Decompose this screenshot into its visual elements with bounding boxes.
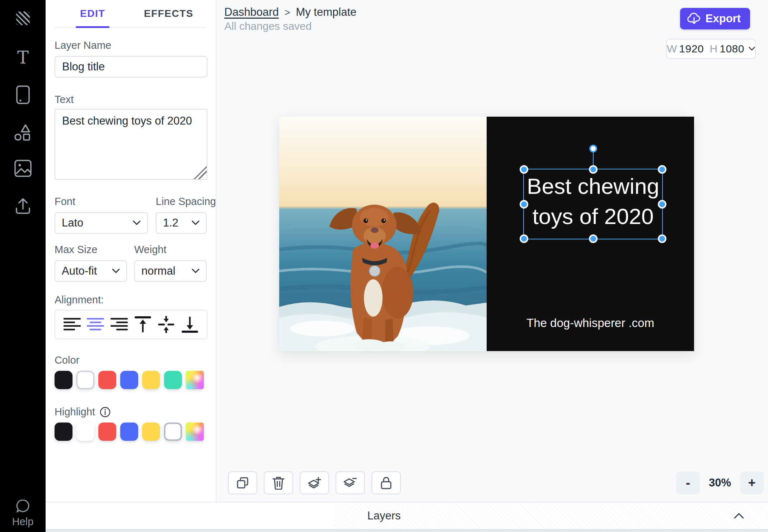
shapes-tool-button[interactable] <box>0 123 46 141</box>
layers-panel-edge <box>46 529 768 532</box>
resize-handle-sw[interactable] <box>520 234 528 243</box>
align-center-button[interactable] <box>86 317 104 332</box>
color-swatch-black[interactable] <box>55 371 72 389</box>
color-swatches <box>55 371 207 389</box>
color-swatch-white[interactable] <box>76 371 94 389</box>
highlight-swatch-yellow[interactable] <box>142 423 160 441</box>
highlight-swatch-black[interactable] <box>55 423 72 441</box>
color-swatch-teal[interactable] <box>164 371 182 389</box>
align-right-button[interactable] <box>110 317 128 332</box>
resize-handle-n[interactable] <box>589 165 598 174</box>
resize-handle-s[interactable] <box>589 234 598 243</box>
send-backward-button[interactable] <box>336 471 365 494</box>
height-letter: H <box>710 43 718 55</box>
upload-tool-button[interactable] <box>0 197 46 215</box>
line-spacing-value: 1.2 <box>163 216 178 229</box>
svg-text:T: T <box>17 48 28 66</box>
canvas-size-widget[interactable]: W 1920 H 1080 <box>666 39 756 59</box>
highlight-swatch-red[interactable] <box>98 423 116 441</box>
layers-panel-bar[interactable]: Layers <box>46 502 768 529</box>
pattern-logo-icon <box>16 11 30 25</box>
info-icon[interactable] <box>100 407 111 417</box>
help-button[interactable]: Help <box>0 499 46 528</box>
image-tool-button[interactable] <box>0 159 46 177</box>
line-spacing-select[interactable]: 1.2 <box>156 212 207 234</box>
app-logo[interactable] <box>0 11 46 25</box>
align-top-button[interactable] <box>134 317 152 332</box>
website-text-layer[interactable]: The dog-whisperer .com <box>487 316 694 330</box>
mobile-preview-button[interactable] <box>0 85 46 104</box>
highlight-swatch-none[interactable] <box>164 423 182 441</box>
layer-name-input[interactable] <box>55 56 207 78</box>
font-select[interactable]: Lato <box>55 212 148 234</box>
trash-icon <box>272 476 285 490</box>
highlight-label: Highlight <box>55 406 95 418</box>
cloud-download-icon <box>687 13 701 25</box>
rotation-handle[interactable] <box>589 145 597 153</box>
tab-edit[interactable]: EDIT <box>55 0 131 27</box>
max-size-value: Auto-fit <box>62 265 97 277</box>
align-middle-icon <box>158 316 175 333</box>
delete-layer-button[interactable] <box>264 471 293 494</box>
chevron-down-icon <box>133 220 141 225</box>
shapes-icon <box>14 123 32 141</box>
color-swatch-red[interactable] <box>98 371 116 389</box>
align-left-icon <box>64 318 81 331</box>
color-swatch-yellow[interactable] <box>142 371 160 389</box>
left-toolbar: T <box>0 0 46 532</box>
chevron-down-icon <box>192 269 200 274</box>
weight-label: Weight <box>134 244 207 256</box>
panel-tabs: EDIT EFFECTS <box>55 0 207 28</box>
breadcrumb: Dashboard > My template <box>224 6 356 19</box>
layer-minus-icon <box>343 476 357 490</box>
text-content-textarea[interactable]: Best chewing toys of 2020 <box>55 109 207 180</box>
resize-handle-e[interactable] <box>658 200 666 209</box>
app-window: T <box>0 0 768 532</box>
width-value: 1920 <box>679 43 704 55</box>
zoom-out-button[interactable]: - <box>676 471 700 494</box>
highlight-swatch-rainbow[interactable] <box>186 423 204 441</box>
align-left-button[interactable] <box>63 317 81 332</box>
color-swatch-rainbow[interactable] <box>186 371 204 389</box>
export-label: Export <box>706 12 741 25</box>
breadcrumb-dashboard-link[interactable]: Dashboard <box>224 6 279 19</box>
highlight-swatch-white[interactable] <box>76 423 94 441</box>
align-bottom-button[interactable] <box>181 317 199 332</box>
dog-beach-photo <box>279 117 487 351</box>
layers-panel-label: Layers <box>367 509 401 522</box>
highlight-swatch-blue[interactable] <box>120 423 138 441</box>
max-size-select[interactable]: Auto-fit <box>55 260 127 282</box>
duplicate-layer-button[interactable] <box>228 471 257 494</box>
resize-handle-nw[interactable] <box>520 165 528 174</box>
zoom-controls: - 30% + <box>676 471 764 494</box>
align-top-icon <box>134 316 151 333</box>
breadcrumb-current: My template <box>296 6 356 19</box>
chat-bubble-icon <box>15 499 31 514</box>
zoom-in-button[interactable]: + <box>740 471 764 494</box>
duplicate-icon <box>236 476 249 489</box>
text-tool-button[interactable]: T <box>0 48 46 66</box>
breadcrumb-separator: > <box>285 7 290 18</box>
line-spacing-label: Line Spacing <box>156 196 207 207</box>
resize-handle-se[interactable] <box>658 234 666 243</box>
design-canvas[interactable]: Best chewing toys of 2020 The dog-whispe… <box>279 117 694 351</box>
save-status: All changes saved <box>224 20 312 32</box>
bring-forward-button[interactable] <box>300 471 329 494</box>
export-button[interactable]: Export <box>680 8 750 29</box>
canvas-workspace: Dashboard > My template All changes save… <box>216 0 768 502</box>
color-swatch-blue[interactable] <box>120 371 138 389</box>
align-middle-button[interactable] <box>157 317 175 332</box>
lock-layer-button[interactable] <box>371 471 401 494</box>
help-label: Help <box>12 516 34 528</box>
edit-panel: EDIT EFFECTS Layer Name Text Best chewin… <box>46 0 216 502</box>
dog-photo-layer[interactable] <box>279 117 487 351</box>
weight-select[interactable]: normal <box>134 260 207 282</box>
chevron-up-icon[interactable] <box>734 513 744 519</box>
tab-effects[interactable]: EFFECTS <box>131 0 207 27</box>
highlight-swatches <box>55 423 207 441</box>
image-icon <box>14 159 32 177</box>
selection-box[interactable] <box>523 169 663 239</box>
alignment-toolbar <box>55 310 207 339</box>
resize-handle-ne[interactable] <box>658 165 666 174</box>
resize-handle-w[interactable] <box>520 200 528 209</box>
